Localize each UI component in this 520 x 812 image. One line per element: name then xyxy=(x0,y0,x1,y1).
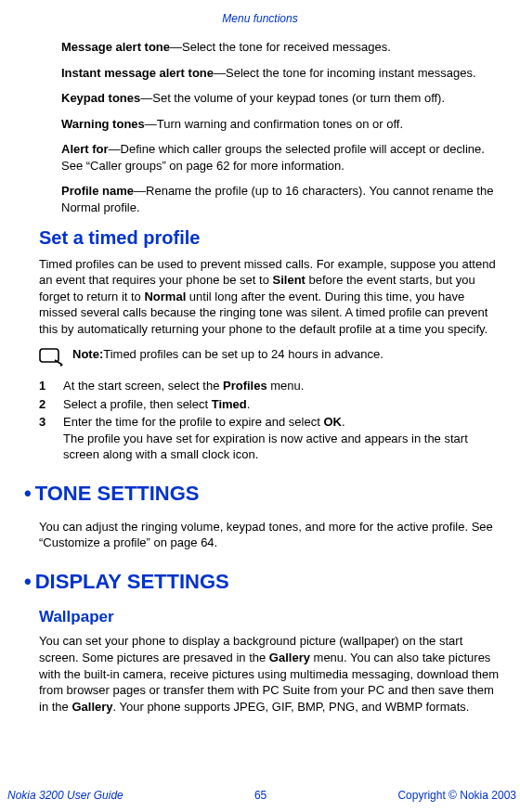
step-number: 1 xyxy=(39,378,50,394)
term: Instant message alert tone xyxy=(61,66,214,80)
item-message-alert-tone: Message alert tone—Select the tone for r… xyxy=(61,39,500,56)
step-followup: The profile you have set for expiration … xyxy=(63,431,500,463)
text-bold: OK xyxy=(323,415,342,429)
text-bold: Gallery xyxy=(72,700,112,714)
note-block: Note:Timed profiles can be set up to 24 … xyxy=(39,346,500,367)
text: Select a profile, then select xyxy=(63,397,212,411)
term: Alert for xyxy=(61,142,109,156)
heading-set-timed-profile: Set a timed profile xyxy=(39,226,503,251)
footer-page-number: 65 xyxy=(254,788,266,803)
step-1: 1 At the start screen, select the Profil… xyxy=(39,378,500,394)
text: . xyxy=(342,415,345,429)
heading-text: TONE SETTINGS xyxy=(35,482,200,505)
footer-copyright: Copyright © Nokia 2003 xyxy=(397,788,516,803)
wallpaper-description: You can set your phone to display a back… xyxy=(39,633,500,715)
text-bold: Gallery xyxy=(269,651,310,664)
heading-wallpaper: Wallpaper xyxy=(39,607,503,628)
bullet-icon: • xyxy=(24,482,32,505)
text: . Your phone supports JPEG, GIF, BMP, PN… xyxy=(113,700,470,714)
desc: —Select the tone for received messages. xyxy=(170,40,391,54)
step-number: 3 xyxy=(39,414,50,463)
item-alert-for: Alert for—Define which caller groups the… xyxy=(61,141,500,174)
heading-display-settings: •DISPLAY SETTINGS xyxy=(24,568,503,596)
desc: —Turn warning and confirmation tones on … xyxy=(145,117,403,131)
footer-guide-name: Nokia 3200 User Guide xyxy=(7,788,124,803)
page-header: Menu functions xyxy=(17,11,503,26)
bullet-icon: • xyxy=(24,570,32,593)
text-bold: Normal xyxy=(144,290,186,303)
note-text: Note:Timed profiles can be set up to 24 … xyxy=(72,346,384,363)
step-body: At the start screen, select the Profiles… xyxy=(63,378,500,394)
step-number: 2 xyxy=(39,396,50,413)
header-title: Menu functions xyxy=(222,12,297,25)
step-3: 3 Enter the time for the profile to expi… xyxy=(39,414,500,463)
step-body: Enter the time for the profile to expire… xyxy=(63,414,500,463)
text: menu. xyxy=(267,379,305,393)
desc: —Set the volume of your keypad tones (or… xyxy=(140,91,445,105)
item-instant-message-alert-tone: Instant message alert tone—Select the to… xyxy=(61,65,500,82)
timed-profile-description: Timed profiles can be used to prevent mi… xyxy=(39,256,500,338)
heading-text: DISPLAY SETTINGS xyxy=(35,570,229,593)
page-footer: Nokia 3200 User Guide 65 Copyright © Nok… xyxy=(0,788,520,803)
desc: —Define which caller groups the selected… xyxy=(61,142,485,173)
text: Enter the time for the profile to expire… xyxy=(63,415,323,429)
step-body: Select a profile, then select Timed. xyxy=(63,396,500,413)
note-label: Note: xyxy=(72,347,103,361)
item-keypad-tones: Keypad tones—Set the volume of your keyp… xyxy=(61,90,500,107)
text-bold: Silent xyxy=(273,273,306,287)
timed-profile-steps: 1 At the start screen, select the Profil… xyxy=(39,378,500,463)
text-bold: Timed xyxy=(212,397,247,411)
term: Profile name xyxy=(61,184,134,198)
text-bold: Profiles xyxy=(223,379,267,393)
text: . xyxy=(247,397,251,411)
tone-settings-description: You can adjust the ringing volume, keypa… xyxy=(39,519,500,551)
profile-options: Message alert tone—Select the tone for r… xyxy=(61,39,500,215)
item-warning-tones: Warning tones—Turn warning and confirmat… xyxy=(61,116,500,133)
step-2: 2 Select a profile, then select Timed. xyxy=(39,396,500,413)
heading-tone-settings: •TONE SETTINGS xyxy=(24,480,503,508)
term: Message alert tone xyxy=(61,40,170,54)
item-profile-name: Profile name—Rename the profile (up to 1… xyxy=(61,183,500,215)
term: Keypad tones xyxy=(61,91,140,105)
desc: —Select the tone for incoming instant me… xyxy=(214,66,476,80)
term: Warning tones xyxy=(61,117,145,131)
text: At the start screen, select the xyxy=(63,379,223,393)
note-icon xyxy=(39,348,63,367)
note-body: Timed profiles can be set up to 24 hours… xyxy=(103,347,384,361)
